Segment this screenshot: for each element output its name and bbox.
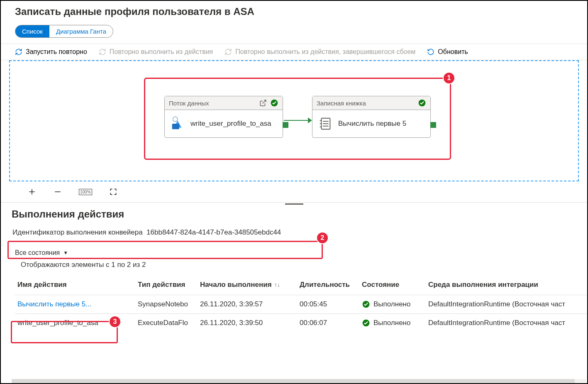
open-external-icon[interactable] bbox=[259, 99, 267, 107]
node-output-port[interactable] bbox=[430, 122, 436, 128]
svg-line-0 bbox=[263, 100, 266, 103]
callout-badge-3: 3 bbox=[109, 316, 121, 328]
zoom-in-button[interactable] bbox=[27, 187, 37, 196]
fullscreen-icon bbox=[109, 188, 117, 196]
node-notebook[interactable]: Записная книжка Вычислить первые 5 bbox=[312, 96, 431, 138]
page-title: Записать данные профиля пользователя в A… bbox=[15, 6, 587, 17]
node-dataflow-header: Поток данных bbox=[169, 100, 209, 107]
pipeline-run-id-row: Идентификатор выполнения конвейера 16bb8… bbox=[8, 224, 587, 241]
status-text: Выполнено bbox=[373, 300, 410, 308]
run-start-cell: 26.11.2020, 3:39:50 bbox=[198, 314, 297, 333]
node-output-port[interactable] bbox=[283, 122, 288, 128]
refresh-cw-icon bbox=[15, 48, 22, 56]
run-id-label: Идентификатор выполнения конвейера bbox=[12, 228, 143, 236]
ir-cell: DefaultIntegrationRuntime (Восточная час… bbox=[426, 314, 587, 333]
col-activity-type[interactable]: Тип действия bbox=[135, 276, 198, 295]
refresh-cw-icon bbox=[224, 48, 232, 56]
view-toggle[interactable]: Список Диаграмма Ганта bbox=[15, 25, 113, 38]
duration-cell: 00:05:45 bbox=[297, 295, 359, 314]
success-check-icon bbox=[270, 99, 278, 107]
callout-box-2 bbox=[7, 241, 323, 259]
view-list-option[interactable]: Список bbox=[15, 25, 49, 37]
notebook-icon bbox=[317, 116, 333, 132]
col-duration[interactable]: Длительность bbox=[297, 276, 359, 295]
col-run-start[interactable]: Начало выполнения↑↓ bbox=[198, 276, 297, 295]
run-start-cell: 26.11.2020, 3:39:57 bbox=[198, 295, 297, 314]
table-row[interactable]: Вычислить первые 5... SynapseNotebo 26.1… bbox=[15, 295, 587, 314]
minus-icon bbox=[54, 188, 62, 196]
items-count-text: Отображаются элементы с 1 по 2 из 2 bbox=[21, 261, 587, 269]
view-gantt-option[interactable]: Диаграмма Ганта bbox=[49, 25, 113, 37]
rerun-from-failed-button: Повторно выполнить из действия, завершив… bbox=[224, 48, 415, 56]
connector-line bbox=[284, 120, 309, 121]
callout-badge-1: 1 bbox=[443, 72, 455, 84]
callout-badge-2: 2 bbox=[316, 232, 329, 244]
zoom-out-button[interactable] bbox=[53, 187, 62, 196]
run-id-value: 16bb8447-824a-4147-b7ea-348505ebdc44 bbox=[146, 228, 281, 236]
activity-type-cell: ExecuteDataFlo bbox=[135, 314, 198, 333]
success-check-icon bbox=[362, 319, 370, 327]
svg-rect-2 bbox=[172, 124, 179, 129]
connector-arrow-icon bbox=[308, 117, 312, 123]
activity-runs-title: Выполнения действия bbox=[12, 208, 587, 220]
rerun-from-label: Повторно выполнить из действия bbox=[110, 48, 213, 56]
col-integration-runtime[interactable]: Среда выполнения интеграции bbox=[426, 276, 587, 295]
horizontal-scrollbar[interactable] bbox=[12, 379, 586, 383]
refresh-button[interactable]: Обновить bbox=[427, 48, 468, 56]
rerun-from-failed-label: Повторно выполнить из действия, завершив… bbox=[235, 48, 415, 56]
node-dataflow-label: write_user_profile_to_asa bbox=[190, 120, 271, 128]
refresh-cw-icon bbox=[99, 48, 106, 56]
duration-cell: 00:06:07 bbox=[297, 314, 359, 333]
toolbar: Запустить повторно Повторно выполнить из… bbox=[1, 44, 587, 60]
sort-icon: ↑↓ bbox=[274, 281, 280, 288]
canvas-toolbar: 100% bbox=[1, 181, 587, 203]
refresh-icon bbox=[427, 48, 434, 56]
rerun-label: Запустить повторно bbox=[26, 48, 87, 56]
refresh-label: Обновить bbox=[438, 48, 468, 56]
col-status[interactable]: Состояние bbox=[359, 276, 426, 295]
plus-icon bbox=[28, 188, 36, 196]
node-notebook-label: Вычислить первые 5 bbox=[338, 120, 406, 128]
node-dataflow[interactable]: Поток данных write_user_profile_to_asa bbox=[164, 96, 283, 138]
node-notebook-header: Записная книжка bbox=[317, 100, 366, 107]
activity-type-cell: SynapseNotebo bbox=[135, 295, 198, 314]
rerun-from-button: Повторно выполнить из действия bbox=[99, 48, 213, 56]
success-check-icon bbox=[418, 99, 426, 107]
ir-cell: DefaultIntegrationRuntime (Восточная час… bbox=[426, 295, 587, 314]
zoom-reset-button[interactable]: 100% bbox=[79, 189, 92, 195]
col-activity-name[interactable]: Имя действия bbox=[15, 276, 135, 295]
pipeline-canvas[interactable]: 1 Поток данных write_user_profile_to_asa… bbox=[9, 60, 579, 181]
splitter-handle[interactable] bbox=[1, 203, 587, 206]
dataflow-icon bbox=[170, 116, 185, 132]
success-check-icon bbox=[362, 300, 370, 308]
table-header-row: Имя действия Тип действия Начало выполне… bbox=[15, 276, 587, 295]
callout-box-3 bbox=[11, 321, 118, 343]
rerun-button[interactable]: Запустить повторно bbox=[15, 48, 87, 56]
fit-screen-button[interactable] bbox=[109, 187, 118, 196]
activity-name-link[interactable]: Вычислить первые 5... bbox=[17, 300, 91, 308]
status-text: Выполнено bbox=[373, 319, 410, 327]
